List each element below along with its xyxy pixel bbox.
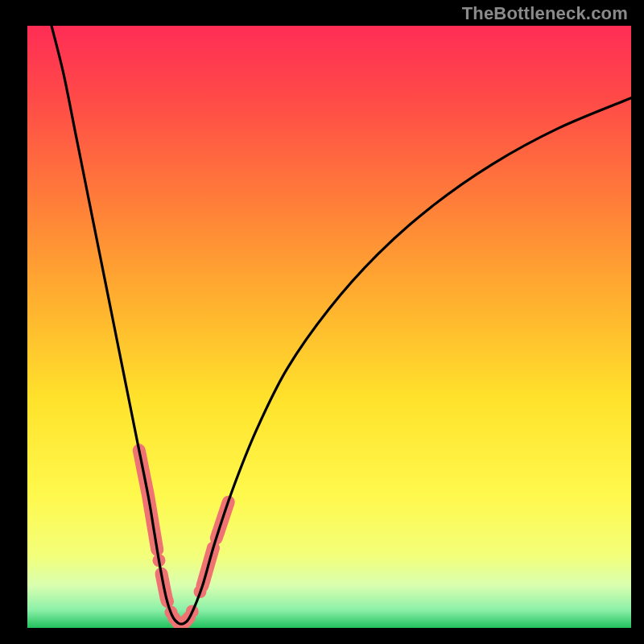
watermark-label: TheBottleneck.com <box>462 3 628 24</box>
bottleneck-chart <box>27 26 631 628</box>
chart-area <box>27 26 631 628</box>
gradient-background <box>27 26 631 628</box>
